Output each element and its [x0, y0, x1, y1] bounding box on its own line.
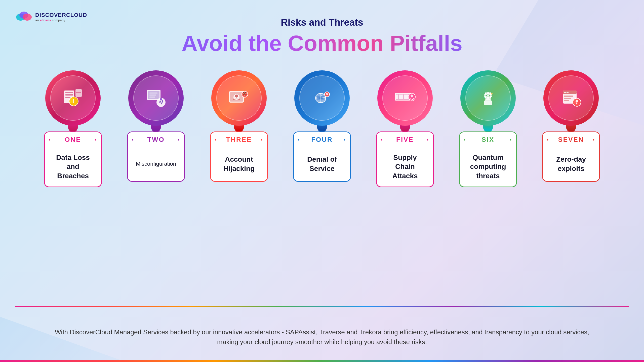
- circle-two: [128, 70, 184, 126]
- label-text-three: AccountHijacking: [218, 147, 260, 181]
- svg-point-22: [235, 95, 238, 98]
- svg-rect-38: [401, 95, 403, 99]
- header: Risks and Threats Avoid the Common Pitfa…: [0, 0, 644, 65]
- label-text-seven: Zero-dayexploits: [551, 147, 591, 181]
- svg-rect-60: [564, 100, 569, 101]
- svg-rect-36: [396, 95, 398, 99]
- label-text-five: SupplyChainAttacks: [387, 147, 423, 187]
- svg-point-63: [576, 103, 578, 105]
- label-number-six: SIX: [460, 132, 516, 147]
- label-number-four: FOUR: [294, 132, 350, 147]
- item-seven: SEVEN Zero-dayexploits: [533, 70, 609, 182]
- label-number-five: FIVE: [377, 132, 433, 147]
- main-title: Avoid the Common Pitfalls: [182, 30, 462, 56]
- footer-divider: [15, 306, 629, 307]
- circle-inner-five: [382, 75, 428, 121]
- supply-chain-icon: [394, 87, 416, 109]
- label-number-two: TWO: [128, 132, 184, 147]
- svg-rect-59: [564, 98, 571, 99]
- svg-rect-57: [567, 92, 569, 93]
- item-three: 👺 THREE AccountHijacking: [201, 70, 277, 182]
- svg-rect-58: [564, 96, 573, 97]
- circle-inner-seven: [548, 75, 594, 121]
- circle-five: [377, 70, 433, 126]
- svg-rect-37: [399, 95, 401, 99]
- label-text-one: Data LossandBreaches: [51, 147, 95, 187]
- label-box-three: THREE AccountHijacking: [210, 131, 268, 182]
- account-hijacking-icon: 👺: [228, 87, 250, 109]
- circle-three: 👺: [211, 70, 267, 126]
- circle-inner-six: [465, 75, 511, 121]
- label-number-seven: SEVEN: [543, 132, 599, 147]
- svg-point-62: [576, 100, 578, 103]
- circle-inner-two: [133, 75, 179, 121]
- items-container: ! ONE Data LossandBreaches: [0, 70, 644, 187]
- data-loss-icon: !: [62, 87, 84, 109]
- svg-point-53: [484, 97, 485, 98]
- svg-point-42: [411, 95, 413, 97]
- zero-day-icon: [560, 87, 582, 109]
- footer-text: With DiscoverCloud Managed Services back…: [0, 327, 644, 347]
- svg-text:✕: ✕: [326, 92, 329, 96]
- svg-rect-56: [564, 92, 566, 93]
- item-six: SIX Quantumcomputingthreats: [450, 70, 526, 187]
- label-text-six: Quantumcomputingthreats: [465, 147, 511, 187]
- svg-rect-39: [404, 95, 406, 99]
- label-box-six: SIX Quantumcomputingthreats: [459, 131, 517, 187]
- label-box-four: FOUR Denial ofService: [293, 131, 351, 182]
- item-two: TWO Misconfiguration: [118, 70, 194, 182]
- misconfiguration-icon: [145, 87, 167, 109]
- circle-inner-four: ✕: [299, 75, 345, 121]
- svg-rect-40: [406, 95, 408, 99]
- svg-point-51: [487, 94, 489, 97]
- subtitle: Risks and Threats: [281, 17, 363, 28]
- item-four: ✕ FOUR Denial ofService: [284, 70, 360, 182]
- label-number-one: ONE: [45, 132, 101, 147]
- bg-decoration-bottom: [0, 287, 126, 362]
- svg-point-52: [491, 93, 493, 95]
- circle-four: ✕: [294, 70, 350, 126]
- bottom-bar: [0, 360, 644, 362]
- circle-one: !: [45, 70, 101, 126]
- circle-seven: [543, 70, 599, 126]
- circle-inner-three: 👺: [216, 75, 262, 121]
- item-one: ! ONE Data LossandBreaches: [35, 70, 111, 187]
- quantum-icon: [477, 87, 499, 109]
- svg-rect-5: [65, 94, 73, 96]
- svg-text:!: !: [73, 98, 74, 104]
- item-five: FIVE SupplyChainAttacks: [367, 70, 443, 187]
- label-box-five: FIVE SupplyChainAttacks: [376, 131, 434, 187]
- label-text-four: Denial ofService: [302, 147, 342, 181]
- denial-of-service-icon: ✕: [311, 87, 333, 109]
- label-box-seven: SEVEN Zero-dayexploits: [542, 131, 600, 182]
- svg-rect-6: [65, 97, 70, 98]
- svg-rect-4: [65, 92, 73, 93]
- circle-inner-one: !: [50, 75, 96, 121]
- svg-text:👺: 👺: [242, 92, 247, 97]
- label-number-three: THREE: [211, 132, 267, 147]
- label-box-one: ONE Data LossandBreaches: [44, 131, 102, 187]
- svg-rect-9: [75, 89, 82, 97]
- circle-six: [460, 70, 516, 126]
- label-text-two: Misconfiguration: [131, 147, 181, 181]
- label-box-two: TWO Misconfiguration: [127, 131, 185, 182]
